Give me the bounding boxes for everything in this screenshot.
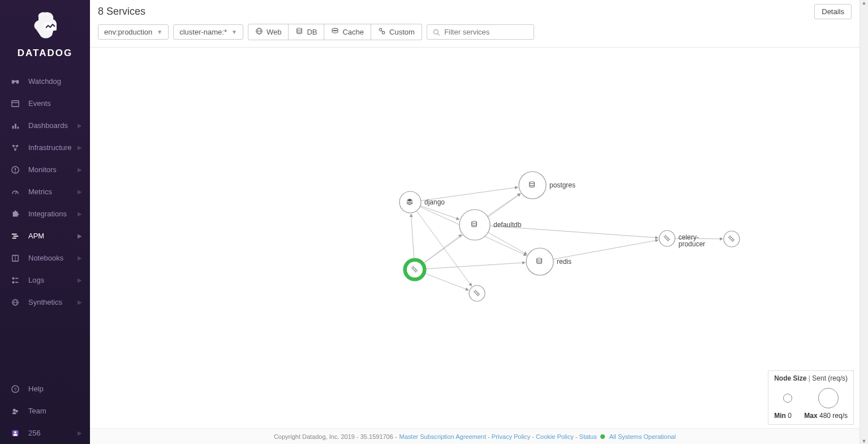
db-icon bbox=[535, 257, 544, 266]
type-filter-web[interactable]: Web bbox=[248, 24, 289, 40]
chevron-right-icon: ▶ bbox=[78, 144, 82, 151]
footer-link[interactable]: Master Subscription Agreement bbox=[399, 433, 486, 440]
chevron-right-icon: ▶ bbox=[78, 255, 82, 261]
service-label: celery-producer bbox=[678, 233, 705, 248]
footer-link[interactable]: Privacy Policy bbox=[492, 433, 530, 440]
service-node-postgres[interactable]: postgres bbox=[519, 172, 575, 199]
svg-line-42 bbox=[381, 31, 383, 32]
service-edge bbox=[411, 214, 414, 258]
svg-point-53 bbox=[530, 182, 535, 184]
service-node-small1[interactable] bbox=[469, 285, 485, 301]
sidebar-bottom-256[interactable]: 256▶ bbox=[0, 422, 90, 444]
sidebar-item-infrastructure[interactable]: Infrastructure▶ bbox=[0, 136, 90, 159]
type-filter-db[interactable]: DB bbox=[289, 24, 324, 40]
sidebar-item-metrics[interactable]: Metrics▶ bbox=[0, 181, 90, 203]
logs-icon bbox=[9, 276, 22, 284]
search-icon bbox=[433, 28, 440, 36]
svg-text:?: ? bbox=[14, 386, 17, 392]
datadog-logo-icon bbox=[27, 10, 63, 42]
svg-rect-7 bbox=[15, 123, 16, 129]
nav-label: Events bbox=[28, 99, 51, 108]
sidebar-item-dashboards[interactable]: Dashboards▶ bbox=[0, 114, 90, 136]
nav-label: Infrastructure bbox=[28, 143, 72, 152]
svg-point-37 bbox=[297, 28, 302, 31]
svg-point-63 bbox=[729, 237, 732, 239]
footer-link[interactable]: Status bbox=[579, 433, 597, 440]
node-size-legend: Node Size | Sent (req/s) Min 0 Max 480 r… bbox=[768, 370, 854, 425]
env-filter-dropdown[interactable]: env:production ▼ bbox=[98, 24, 169, 40]
service-label: defaultdb bbox=[493, 221, 522, 229]
type-filter-custom[interactable]: Custom bbox=[371, 24, 422, 40]
layers-icon bbox=[406, 198, 415, 207]
cluster-filter-dropdown[interactable]: cluster-name:* ▼ bbox=[173, 24, 243, 40]
footer: Copyright Datadog, Inc. 2019 - 35.159170… bbox=[90, 428, 860, 444]
nav-label: Notebooks bbox=[28, 254, 63, 262]
footer-copyright: Copyright Datadog, Inc. 2019 - 35.159170… bbox=[274, 433, 397, 440]
service-node-celery-producer[interactable]: celery-producer bbox=[659, 230, 705, 248]
service-label: django bbox=[424, 198, 445, 206]
service-edge bbox=[488, 232, 527, 254]
cluster-filter-value: cluster-name:* bbox=[179, 28, 227, 36]
sidebar-item-monitors[interactable]: Monitors▶ bbox=[0, 159, 90, 181]
cache-icon bbox=[331, 27, 339, 37]
filter-services-search[interactable] bbox=[427, 24, 534, 40]
legend-title-metric: Sent (req/s) bbox=[812, 374, 848, 382]
chevron-right-icon: ▶ bbox=[78, 277, 82, 283]
sidebar-item-watchdog[interactable]: Watchdog bbox=[0, 70, 90, 92]
service-map-canvas[interactable]: djangodefaultdbpostgresrediscelery-produ… bbox=[90, 43, 860, 428]
chart-icon bbox=[9, 122, 22, 130]
service-node-green[interactable] bbox=[403, 258, 426, 281]
service-edge bbox=[553, 240, 659, 259]
footer-status-link[interactable]: All Systems Operational bbox=[609, 433, 676, 440]
nav-label: Dashboards bbox=[28, 121, 68, 130]
cogs-icon bbox=[472, 289, 482, 298]
svg-point-40 bbox=[379, 28, 381, 31]
chevron-right-icon: ▶ bbox=[78, 211, 82, 217]
env-filter-value: env:production bbox=[104, 28, 152, 36]
filter-services-input[interactable] bbox=[444, 28, 528, 36]
svg-rect-4 bbox=[12, 100, 19, 106]
footer-link[interactable]: Cookie Policy bbox=[536, 433, 574, 440]
gauge-icon bbox=[9, 188, 22, 196]
help-icon: ? bbox=[9, 385, 22, 393]
vertical-scrollbar[interactable]: ▲ ▼ bbox=[860, 0, 868, 444]
service-node-django[interactable]: django bbox=[399, 191, 445, 213]
legend-max-circle bbox=[818, 388, 839, 408]
custom-icon bbox=[378, 27, 386, 37]
globe-icon bbox=[9, 298, 22, 306]
nav-label: Logs bbox=[28, 276, 44, 284]
sidebar-bottom-team[interactable]: Team bbox=[0, 400, 90, 422]
sidebar-item-logs[interactable]: Logs▶ bbox=[0, 269, 90, 291]
alert-icon bbox=[9, 166, 22, 174]
main-content: 8 Services Details env:production ▼ clus… bbox=[90, 0, 860, 444]
sidebar-bottom-help[interactable]: ?Help bbox=[0, 378, 90, 400]
avatar-icon bbox=[9, 429, 22, 437]
details-button[interactable]: Details bbox=[814, 4, 852, 19]
nav-label: Monitors bbox=[28, 165, 57, 174]
service-edge bbox=[420, 206, 459, 219]
service-label: redis bbox=[557, 258, 571, 266]
sidebar-item-notebooks[interactable]: Notebooks▶ bbox=[0, 247, 90, 269]
book-icon bbox=[9, 254, 22, 262]
binoculars-icon bbox=[9, 78, 22, 86]
sidebar-item-synthetics[interactable]: Synthetics▶ bbox=[0, 291, 90, 313]
svg-rect-22 bbox=[12, 281, 15, 283]
svg-rect-3 bbox=[14, 80, 16, 82]
service-node-redis[interactable]: redis bbox=[526, 248, 571, 275]
sidebar-item-integrations[interactable]: Integrations▶ bbox=[0, 203, 90, 225]
svg-rect-21 bbox=[12, 277, 15, 279]
svg-point-30 bbox=[13, 408, 16, 411]
legend-title-bold: Node Size bbox=[774, 374, 806, 382]
svg-point-51 bbox=[472, 221, 477, 224]
type-filter-cache[interactable]: Cache bbox=[324, 24, 371, 40]
svg-point-49 bbox=[415, 270, 417, 272]
svg-rect-16 bbox=[12, 233, 17, 234]
chevron-down-icon: ▼ bbox=[157, 29, 162, 35]
svg-rect-6 bbox=[12, 126, 14, 129]
sidebar-item-events[interactable]: Events bbox=[0, 92, 90, 114]
team-icon bbox=[9, 407, 22, 415]
service-edge bbox=[424, 234, 462, 263]
sidebar-item-apm[interactable]: APM▶ bbox=[0, 225, 90, 247]
service-node-small2[interactable] bbox=[724, 231, 740, 247]
brand-logo[interactable]: DATADOG bbox=[0, 0, 90, 70]
